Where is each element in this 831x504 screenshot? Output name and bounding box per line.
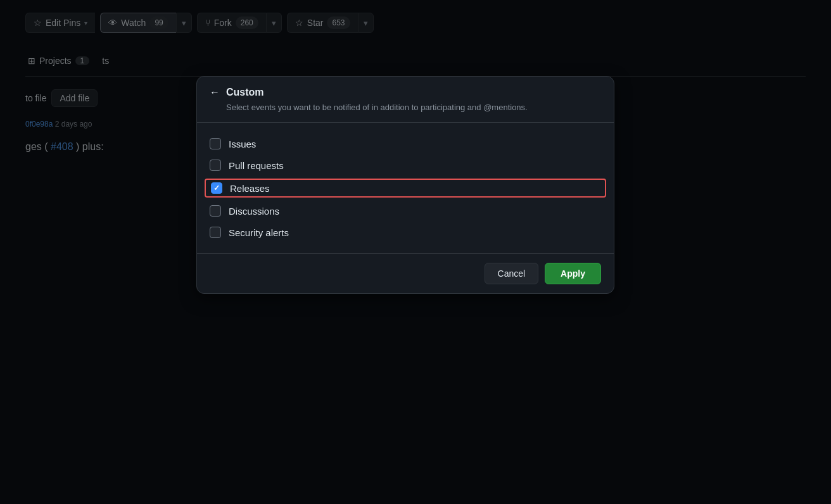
pull-requests-label[interactable]: Pull requests bbox=[229, 160, 284, 171]
panel-header: ← Custom Select events you want to be no… bbox=[197, 77, 614, 123]
back-button[interactable]: ← bbox=[210, 87, 220, 98]
pull-requests-checkbox[interactable] bbox=[210, 160, 221, 171]
panel-header-top: ← Custom bbox=[210, 87, 601, 98]
discussions-checkbox[interactable] bbox=[210, 205, 221, 217]
issues-label[interactable]: Issues bbox=[229, 139, 256, 149]
panel-footer: Cancel Apply bbox=[197, 253, 614, 293]
cancel-button[interactable]: Cancel bbox=[485, 263, 539, 284]
discussions-item: Discussions bbox=[210, 200, 601, 222]
discussions-label[interactable]: Discussions bbox=[229, 206, 279, 217]
security-alerts-label[interactable]: Security alerts bbox=[229, 227, 289, 238]
releases-item: Releases bbox=[205, 179, 606, 198]
issues-checkbox[interactable] bbox=[210, 138, 221, 149]
security-alerts-item: Security alerts bbox=[210, 222, 601, 243]
panel-body: Issues Pull requests Releases Discussion… bbox=[197, 123, 614, 253]
watch-dropdown-panel: ← Custom Select events you want to be no… bbox=[196, 76, 614, 294]
releases-checkbox[interactable] bbox=[211, 182, 222, 194]
panel-title: Custom bbox=[226, 87, 264, 98]
pull-requests-item: Pull requests bbox=[210, 154, 601, 176]
panel-subtitle: Select events you want to be notified of… bbox=[210, 102, 601, 113]
apply-button[interactable]: Apply bbox=[545, 263, 601, 284]
releases-label[interactable]: Releases bbox=[230, 183, 270, 194]
issues-item: Issues bbox=[210, 133, 601, 154]
security-alerts-checkbox[interactable] bbox=[210, 227, 221, 238]
